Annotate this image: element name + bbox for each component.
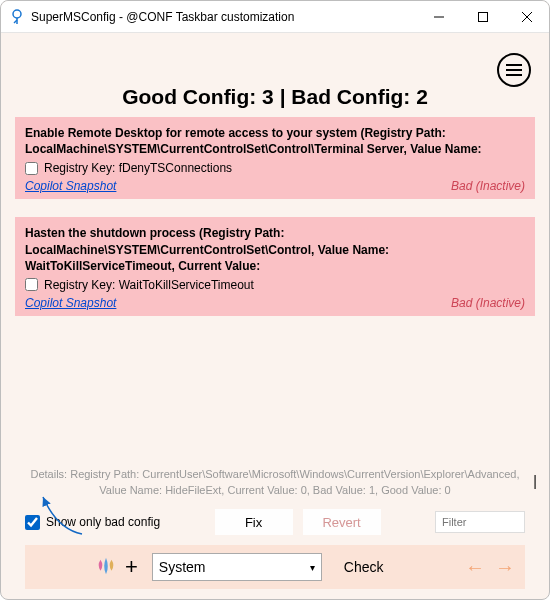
nav-arrows: ← →: [465, 556, 515, 579]
status-badge: Bad (Inactive): [451, 296, 525, 310]
copilot-snapshot-link[interactable]: Copilot Snapshot: [25, 179, 116, 193]
config-card-title: Enable Remote Desktop for remote access …: [25, 125, 525, 157]
app-icon: [9, 9, 25, 25]
copilot-icon[interactable]: [95, 556, 117, 578]
svg-rect-4: [479, 12, 488, 21]
plus-icon[interactable]: +: [125, 554, 138, 580]
check-button[interactable]: Check: [344, 559, 384, 575]
config-card-list: Enable Remote Desktop for remote access …: [9, 117, 541, 334]
registry-row: Registry Key: fDenyTSConnections: [25, 161, 525, 175]
config-checkbox[interactable]: [25, 278, 38, 291]
close-button[interactable]: [505, 1, 549, 32]
details-area: Details: Registry Path: CurrentUser\Soft…: [9, 467, 541, 591]
revert-button[interactable]: Revert: [303, 509, 381, 535]
nav-back-icon[interactable]: ←: [465, 556, 485, 579]
window-title: SuperMSConfig - @CONF Taskbar customizat…: [31, 10, 417, 24]
menu-button[interactable]: [497, 53, 531, 87]
registry-key-label: Registry Key: WaitToKillServiceTimeout: [44, 278, 254, 292]
controls-row: Show only bad config Fix Revert: [19, 509, 531, 535]
config-card: Hasten the shutdown process (Registry Pa…: [15, 217, 535, 316]
card-footer: Copilot Snapshot Bad (Inactive): [25, 296, 525, 310]
fix-button[interactable]: Fix: [215, 509, 293, 535]
text-cursor-icon: |: [533, 473, 537, 489]
copilot-snapshot-link[interactable]: Copilot Snapshot: [25, 296, 116, 310]
maximize-button[interactable]: [461, 1, 505, 32]
card-footer: Copilot Snapshot Bad (Inactive): [25, 179, 525, 193]
filter-input[interactable]: [435, 511, 525, 533]
titlebar: SuperMSConfig - @CONF Taskbar customizat…: [1, 1, 549, 33]
config-checkbox[interactable]: [25, 162, 38, 175]
config-card: Enable Remote Desktop for remote access …: [15, 117, 535, 199]
category-select-value: System: [159, 559, 206, 575]
app-window: SuperMSConfig - @CONF Taskbar customizat…: [0, 0, 550, 600]
registry-row: Registry Key: WaitToKillServiceTimeout: [25, 278, 525, 292]
registry-key-label: Registry Key: fDenyTSConnections: [44, 161, 232, 175]
chevron-down-icon: ▾: [310, 562, 315, 573]
summary-heading: Good Config: 3 | Bad Config: 2: [9, 85, 541, 109]
details-text: Details: Registry Path: CurrentUser\Soft…: [19, 467, 531, 499]
nav-forward-icon[interactable]: →: [495, 556, 515, 579]
annotation-arrow-icon: [37, 489, 87, 539]
category-select[interactable]: System ▾: [152, 553, 322, 581]
minimize-button[interactable]: [417, 1, 461, 32]
bottom-bar: + System ▾ Check ← →: [25, 545, 525, 589]
config-card-title: Hasten the shutdown process (Registry Pa…: [25, 225, 525, 274]
svg-point-0: [13, 10, 21, 18]
window-controls: [417, 1, 549, 32]
body-area: Good Config: 3 | Bad Config: 2 Enable Re…: [1, 33, 549, 599]
status-badge: Bad (Inactive): [451, 179, 525, 193]
